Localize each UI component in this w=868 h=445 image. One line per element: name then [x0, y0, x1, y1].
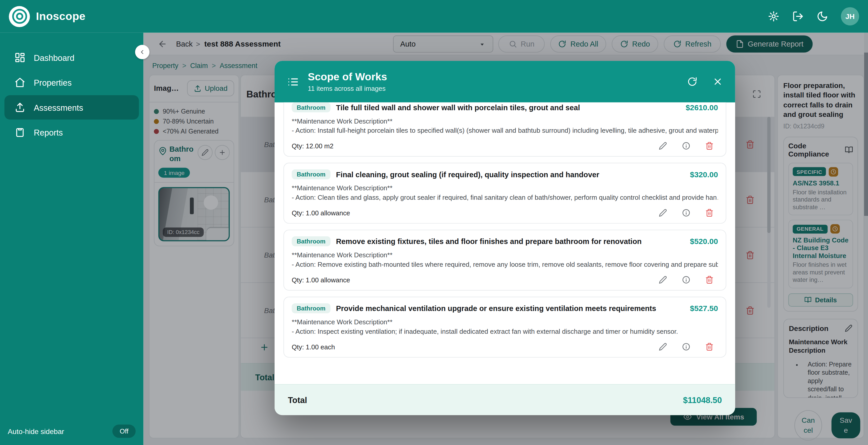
mode-select[interactable]: Auto: [393, 36, 493, 53]
collapse-sidebar-button[interactable]: [135, 45, 150, 59]
item-desc-heading: **Maintenance Work Description**: [292, 184, 718, 192]
logout-icon[interactable]: [792, 10, 804, 22]
page-scrollbar[interactable]: [864, 33, 868, 445]
back-arrow-icon[interactable]: [158, 39, 167, 49]
edit-icon[interactable]: [659, 276, 667, 284]
clock-badge: [830, 224, 840, 234]
clock-icon: [832, 226, 838, 232]
refresh-label: Refresh: [685, 40, 711, 48]
delete-icon[interactable]: [746, 195, 755, 204]
ai-generated-dot: [154, 129, 159, 133]
info-icon[interactable]: [682, 343, 690, 351]
images-panel-title: Imag…: [154, 84, 179, 92]
thumbnail-bathtub: [207, 228, 230, 241]
info-icon[interactable]: [682, 142, 690, 150]
delete-icon[interactable]: [705, 142, 713, 150]
sidebar-item-reports[interactable]: Reports: [4, 120, 139, 145]
breadcrumb-claim[interactable]: Claim: [190, 62, 208, 70]
modal-total-value: $11048.50: [683, 395, 722, 405]
topbar-actions: JH: [768, 7, 859, 25]
bathroom-thumbnail[interactable]: ID: 0x1234cc: [158, 187, 230, 241]
save-button[interactable]: Save: [831, 412, 860, 438]
add-image-button[interactable]: [215, 145, 229, 160]
room-tag: Bathroom: [292, 236, 330, 246]
item-desc: - Action: Remove existing bath-mounted t…: [292, 261, 718, 268]
top-bar: Inoscope JH: [0, 0, 868, 33]
delete-icon[interactable]: [746, 306, 755, 315]
run-button[interactable]: Run: [498, 36, 545, 53]
generate-report-button[interactable]: Generate Report: [726, 36, 812, 53]
run-label: Run: [521, 40, 534, 48]
compliance-summary: Floor finishes in wet areas must prevent…: [793, 262, 848, 284]
user-avatar[interactable]: JH: [841, 7, 859, 25]
home-icon: [14, 77, 25, 88]
images-panel: Imag… Upload 90%+ Genuine 70-89% Uncerta…: [149, 75, 239, 438]
redo-button[interactable]: Redo: [612, 36, 658, 53]
redo-all-button[interactable]: Redo All: [550, 36, 606, 53]
edit-description-icon[interactable]: [845, 324, 852, 332]
edit-icon[interactable]: [659, 209, 667, 217]
item-desc: - Action: Install full-height porcelain …: [292, 127, 718, 134]
edit-icon[interactable]: [659, 343, 667, 351]
image-group-card: Bathroom 1 image: [154, 140, 234, 246]
item-desc-heading: **Maintenance Work Description**: [292, 251, 718, 259]
delete-icon[interactable]: [705, 209, 713, 217]
info-icon[interactable]: [682, 276, 690, 284]
breadcrumb: Property > Claim > Assessment: [152, 60, 257, 72]
general-badge: GENERAL: [793, 225, 827, 233]
reports-icon: [14, 127, 25, 138]
back-link[interactable]: Back: [176, 40, 193, 48]
image-count-badge: 1 image: [158, 167, 190, 178]
sidebar-item-properties[interactable]: Properties: [4, 70, 139, 95]
settings-icon[interactable]: [768, 10, 779, 22]
compliance-code-link[interactable]: NZ Building Code - Clause E3 Internal Mo…: [793, 236, 848, 260]
app-viewport: Inoscope JH Dashboard Properties Assessm…: [0, 0, 868, 445]
modal-total-label: Total: [288, 395, 307, 405]
upload-button[interactable]: Upload: [187, 80, 234, 96]
room-tag: Bathroom: [292, 169, 330, 179]
sidebar-item-dashboard[interactable]: Dashboard: [4, 45, 139, 70]
delete-icon[interactable]: [705, 343, 713, 351]
close-icon[interactable]: [712, 76, 723, 87]
edit-group-button[interactable]: [197, 145, 212, 160]
description-heading: Description: [789, 324, 829, 332]
dashboard-icon: [14, 52, 25, 63]
delete-icon[interactable]: [746, 140, 755, 149]
book-icon[interactable]: [845, 146, 853, 154]
modal-refresh-icon[interactable]: [687, 76, 698, 87]
add-row-icon[interactable]: [260, 343, 269, 352]
item-qty: Qty: 1.00 allowance: [292, 276, 350, 284]
compliance-details-button[interactable]: Details: [788, 293, 853, 307]
sidebar-footer: Auto-hide sidebar Off: [8, 424, 135, 438]
sidebar-item-label: Dashboard: [34, 53, 74, 62]
expand-icon[interactable]: [752, 90, 761, 99]
info-icon[interactable]: [682, 209, 690, 217]
inoscope-logo-icon: [9, 6, 30, 27]
compliance-item-specific[interactable]: SPECIFIC AS/NZS 3958.1 Floor tile instal…: [788, 162, 853, 215]
breadcrumb-assessment[interactable]: Assessment: [220, 62, 257, 70]
dark-mode-icon[interactable]: [816, 10, 828, 22]
scope-item-card: Bathroom Final cleaning, grout sealing (…: [283, 163, 726, 224]
compliance-code-link[interactable]: AS/NZS 3958.1: [793, 179, 848, 187]
compliance-item-general[interactable]: GENERAL NZ Building Code - Clause E3 Int…: [788, 220, 853, 288]
modal-title: Scope of Works: [308, 71, 387, 83]
item-price: $2610.00: [686, 103, 718, 112]
code-compliance-card: Code Compliance SPECIFIC AS/NZS 3958.1 F…: [783, 136, 858, 312]
cancel-button[interactable]: Cancel: [794, 410, 822, 441]
table-scrollbar[interactable]: [767, 117, 771, 308]
page-scrollbar-thumb[interactable]: [864, 53, 868, 216]
refresh-button[interactable]: Refresh: [664, 36, 721, 53]
detail-actions: Cancel Save: [794, 410, 860, 441]
edit-icon[interactable]: [659, 142, 667, 150]
autohide-toggle[interactable]: Off: [113, 424, 135, 438]
scope-of-works-modal: Scope of Works 11 items across all image…: [275, 61, 735, 415]
sidebar-item-assessments[interactable]: Assessments: [4, 95, 139, 120]
thumbnail-id-badge: ID: 0x1234cc: [163, 227, 204, 237]
delete-icon[interactable]: [705, 276, 713, 284]
item-title: Remove existing fixtures, tiles and floo…: [336, 237, 680, 245]
dropdown-caret-icon: [478, 40, 486, 48]
item-desc: - Action: Clean tiles and glass, apply g…: [292, 194, 718, 201]
breadcrumb-property[interactable]: Property: [152, 62, 178, 70]
item-price: $520.00: [690, 237, 718, 246]
delete-icon[interactable]: [746, 250, 755, 259]
